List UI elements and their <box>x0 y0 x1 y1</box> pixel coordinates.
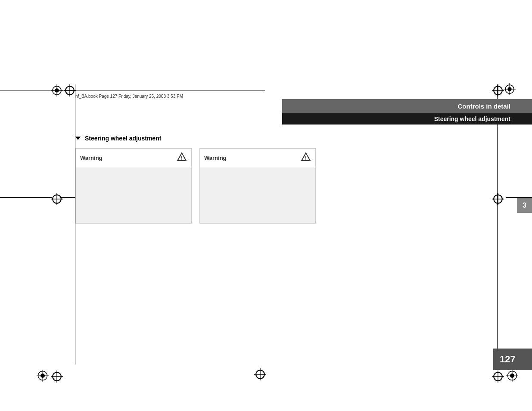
reg-mark-bottom-center <box>254 368 266 380</box>
reg-mark-mid-right <box>492 193 504 205</box>
warning-triangle-icon-2 <box>301 152 311 163</box>
vline-right <box>497 84 498 364</box>
reg-mark-top-left-outer <box>51 84 63 97</box>
page-meta: nf_BA.book Page 127 Friday, January 25, … <box>75 94 183 99</box>
reg-mark-mid-left <box>51 193 63 205</box>
warning-boxes-container: Warning Warning <box>75 148 316 224</box>
hline-bottom-left <box>0 375 37 375</box>
hline-bottom-right <box>504 375 532 375</box>
vline-left <box>75 84 75 364</box>
warning-box-1-header: Warning <box>76 149 191 167</box>
header-bar: Controls in detail Steering wheel adjust… <box>282 99 532 125</box>
hline-top-left <box>0 90 75 90</box>
hline-mid-right <box>506 197 532 198</box>
warning-box-2-header: Warning <box>200 149 315 167</box>
reg-mark-bottom-left-outer <box>37 370 49 382</box>
hline-mid-left2 <box>60 197 75 198</box>
chapter-tab: 3 <box>517 198 532 213</box>
warning-box-2-body <box>200 167 315 197</box>
section-heading: Steering wheel adjustment <box>75 135 161 142</box>
reg-mark-top-left-inner <box>64 84 76 97</box>
warning-box-1: Warning <box>75 148 192 224</box>
controls-in-detail-label: Controls in detail <box>282 99 532 113</box>
hline-bottom-left2 <box>52 375 76 375</box>
section-heading-text: Steering wheel adjustment <box>85 135 161 142</box>
reg-mark-top-right-inner <box>492 84 504 97</box>
reg-mark-bottom-left-inner <box>51 371 63 383</box>
reg-mark-bottom-right-outer <box>506 370 518 382</box>
warning-box-1-body <box>76 167 191 223</box>
svg-point-16 <box>181 159 182 160</box>
triangle-icon <box>75 137 81 140</box>
warning-box-2-label: Warning <box>204 155 227 161</box>
hline-mid-left <box>0 197 52 198</box>
warning-box-1-label: Warning <box>80 155 103 161</box>
steering-wheel-adjustment-label: Steering wheel adjustment <box>282 113 532 125</box>
page-number: 127 <box>493 349 532 370</box>
warning-box-2: Warning <box>199 148 316 224</box>
warning-triangle-icon-1 <box>177 152 187 163</box>
svg-point-19 <box>305 159 306 160</box>
reg-mark-bottom-right-inner <box>492 371 504 383</box>
reg-mark-top-right-outer <box>504 83 516 95</box>
hline-top-center <box>75 90 265 90</box>
